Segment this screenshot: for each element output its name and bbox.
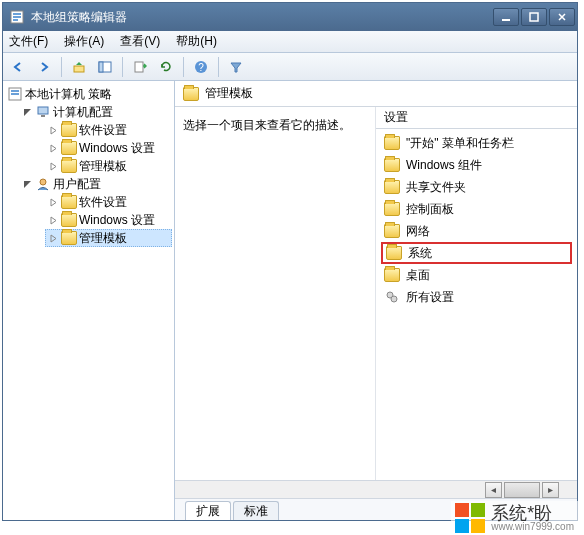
content-pane: 管理模板 选择一个项目来查看它的描述。 设置 "开始" 菜单和任务栏Window… [175, 81, 577, 520]
tree-item-admin[interactable]: 管理模板 [45, 157, 172, 175]
filter-button[interactable] [225, 56, 247, 78]
settings-item-all[interactable]: 所有设置 [382, 287, 571, 307]
tree-item-software[interactable]: 软件设置 [45, 121, 172, 139]
titlebar: 本地组策略编辑器 [3, 3, 577, 31]
toolbar: ? [3, 53, 577, 81]
expand-icon[interactable] [47, 214, 59, 226]
menu-file[interactable]: 文件(F) [9, 33, 48, 50]
svg-rect-6 [74, 66, 84, 72]
scroll-left-button[interactable]: ◂ [485, 482, 502, 498]
toolbar-separator [218, 57, 219, 77]
expand-icon[interactable] [47, 232, 59, 244]
settings-item[interactable]: 桌面 [382, 265, 571, 285]
windows-logo-icon [455, 503, 485, 533]
tree-label: 用户配置 [53, 176, 101, 193]
expand-icon[interactable] [47, 142, 59, 154]
toolbar-separator [122, 57, 123, 77]
settings-item[interactable]: "开始" 菜单和任务栏 [382, 133, 571, 153]
svg-rect-4 [502, 19, 510, 21]
collapse-icon[interactable] [21, 178, 33, 190]
expand-icon[interactable] [47, 124, 59, 136]
folder-icon [384, 202, 400, 216]
menu-action[interactable]: 操作(A) [64, 33, 104, 50]
settings-item-label: "开始" 菜单和任务栏 [406, 135, 514, 152]
svg-rect-3 [13, 19, 18, 21]
tree-label: Windows 设置 [79, 212, 155, 229]
folder-icon [61, 195, 77, 209]
close-button[interactable] [549, 8, 575, 26]
computer-icon [35, 104, 51, 120]
toolbar-separator [183, 57, 184, 77]
tree-user-config[interactable]: 用户配置 [19, 175, 172, 193]
folder-icon [183, 87, 199, 101]
policy-icon [7, 86, 23, 102]
settings-header-label: 设置 [384, 109, 408, 126]
show-hide-tree-button[interactable] [94, 56, 116, 78]
minimize-button[interactable] [493, 8, 519, 26]
menubar: 文件(F) 操作(A) 查看(V) 帮助(H) [3, 31, 577, 53]
folder-icon [61, 141, 77, 155]
watermark-url: www.win7999.com [491, 522, 574, 532]
folder-icon [384, 158, 400, 172]
settings-item-label: 系统 [408, 245, 432, 262]
menu-help[interactable]: 帮助(H) [176, 33, 217, 50]
settings-item[interactable]: 网络 [382, 221, 571, 241]
svg-rect-2 [13, 16, 21, 18]
content-title: 管理模板 [205, 85, 253, 102]
settings-column: 设置 "开始" 菜单和任务栏Windows 组件共享文件夹控制面板网络系统桌面所… [375, 107, 577, 520]
maximize-button[interactable] [521, 8, 547, 26]
folder-icon [61, 213, 77, 227]
folder-icon [384, 268, 400, 282]
tree-computer-config[interactable]: 计算机配置 [19, 103, 172, 121]
settings-item-label: 所有设置 [406, 289, 454, 306]
horizontal-scrollbar[interactable]: ◂ ▸ [175, 480, 577, 498]
app-icon [9, 9, 25, 25]
tree-item-windows[interactable]: Windows 设置 [45, 139, 172, 157]
expand-icon[interactable] [47, 160, 59, 172]
svg-rect-5 [530, 13, 538, 21]
settings-item[interactable]: Windows 组件 [382, 155, 571, 175]
folder-icon [384, 136, 400, 150]
tree-item-software[interactable]: 软件设置 [45, 193, 172, 211]
tree-root[interactable]: 本地计算机 策略 [5, 85, 172, 103]
tree-label: 管理模板 [79, 158, 127, 175]
svg-point-19 [391, 296, 397, 302]
scroll-right-button[interactable]: ▸ [542, 482, 559, 498]
back-button[interactable] [7, 56, 29, 78]
settings-header[interactable]: 设置 [376, 107, 577, 129]
folder-icon [384, 180, 400, 194]
settings-item[interactable]: 共享文件夹 [382, 177, 571, 197]
collapse-icon[interactable] [21, 106, 33, 118]
refresh-button[interactable] [155, 56, 177, 78]
toolbar-separator [61, 57, 62, 77]
content-header: 管理模板 [175, 81, 577, 107]
svg-text:?: ? [198, 62, 204, 73]
scroll-thumb[interactable] [504, 482, 540, 498]
tree-item-admin-selected[interactable]: 管理模板 [45, 229, 172, 247]
description-text: 选择一个项目来查看它的描述。 [183, 118, 351, 132]
svg-rect-8 [99, 62, 103, 72]
up-button[interactable] [68, 56, 90, 78]
window-title: 本地组策略编辑器 [31, 9, 127, 26]
tab-extended[interactable]: 扩展 [185, 501, 231, 520]
tree-label: 软件设置 [79, 194, 127, 211]
menu-view[interactable]: 查看(V) [120, 33, 160, 50]
tree-label: 计算机配置 [53, 104, 113, 121]
tree-label: Windows 设置 [79, 140, 155, 157]
settings-item[interactable]: 控制面板 [382, 199, 571, 219]
tab-standard[interactable]: 标准 [233, 501, 279, 520]
tree-pane: 本地计算机 策略 计算机配置 软件设置 Windows 设置 [3, 81, 175, 520]
svg-rect-13 [11, 90, 19, 92]
forward-button[interactable] [33, 56, 55, 78]
settings-item[interactable]: 系统 [382, 243, 571, 263]
tree-item-windows[interactable]: Windows 设置 [45, 211, 172, 229]
tree-root-label: 本地计算机 策略 [25, 86, 112, 103]
description-column: 选择一个项目来查看它的描述。 [175, 107, 375, 520]
folder-icon [61, 231, 77, 245]
svg-rect-16 [41, 115, 45, 117]
settings-item-label: 网络 [406, 223, 430, 240]
expand-icon[interactable] [47, 196, 59, 208]
watermark: 系统*盼 www.win7999.com [451, 501, 578, 535]
export-button[interactable] [129, 56, 151, 78]
help-button[interactable]: ? [190, 56, 212, 78]
